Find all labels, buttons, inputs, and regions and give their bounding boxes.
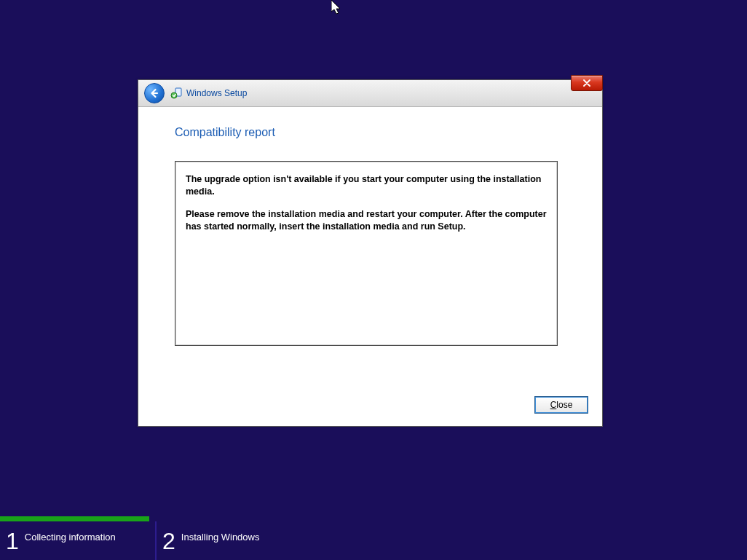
installer-background: Windows Setup Compatibility report The u… xyxy=(0,0,747,560)
close-button[interactable]: Close xyxy=(535,397,588,413)
titlebar: Windows Setup xyxy=(138,80,602,107)
dialog-content: Compatibility report The upgrade option … xyxy=(138,107,602,346)
step-number: 1 xyxy=(6,529,19,553)
back-button[interactable] xyxy=(144,83,165,103)
step-installing-windows: 2 Installing Windows xyxy=(157,521,259,560)
window-close-button[interactable] xyxy=(571,75,603,91)
report-paragraph-2: Please remove the installation media and… xyxy=(186,208,547,233)
install-steps: 1 Collecting information 2 Installing Wi… xyxy=(0,521,747,560)
back-arrow-icon xyxy=(149,88,159,98)
mouse-cursor-icon xyxy=(331,0,343,16)
step-number: 2 xyxy=(162,529,175,553)
install-progress-bar xyxy=(0,516,747,521)
windows-setup-icon xyxy=(170,87,182,99)
svg-marker-0 xyxy=(331,0,340,14)
step-divider: 2 Installing Windows xyxy=(155,521,259,560)
page-heading: Compatibility report xyxy=(175,126,566,139)
step-collecting-information: 1 Collecting information xyxy=(0,521,155,560)
windows-setup-dialog: Windows Setup Compatibility report The u… xyxy=(138,79,603,427)
compatibility-report-box: The upgrade option isn't available if yo… xyxy=(175,161,558,346)
step-label: Collecting information xyxy=(25,532,116,543)
close-button-suffix: lose xyxy=(556,400,572,410)
install-progress-done xyxy=(0,516,149,521)
dialog-button-row: Close xyxy=(535,397,588,413)
step-label: Installing Windows xyxy=(181,532,260,543)
window-title: Windows Setup xyxy=(186,88,247,98)
close-icon xyxy=(582,79,591,87)
report-paragraph-1: The upgrade option isn't available if yo… xyxy=(186,173,547,198)
svg-point-2 xyxy=(171,92,177,98)
